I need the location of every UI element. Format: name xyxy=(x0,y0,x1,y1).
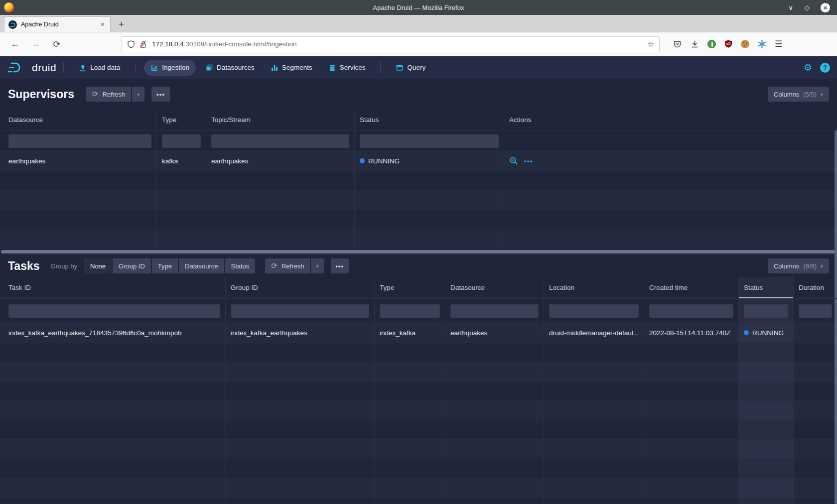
table-row-empty xyxy=(0,459,837,479)
new-tab-button[interactable]: + xyxy=(119,19,124,32)
ublock-origin-icon[interactable]: uO xyxy=(724,39,733,49)
column-header[interactable]: Type xyxy=(157,110,206,130)
divider xyxy=(380,62,381,73)
task-location: druid-middlemanager-defaul... xyxy=(544,323,644,342)
supervisor-datasource: earthquakes xyxy=(0,151,157,170)
column-header[interactable]: Location xyxy=(544,277,644,298)
tab-bar: Apache Druid × + xyxy=(0,15,837,32)
druid-header: druid Load data Ingestion Datasources Se… xyxy=(0,56,837,79)
column-header[interactable]: Task ID xyxy=(0,277,226,298)
url-bar[interactable]: 172.18.0.4:30109/unified-console.html#in… xyxy=(122,36,660,52)
supervisors-filter-type[interactable] xyxy=(162,134,201,148)
supervisors-refresh-button[interactable]: ⟳ Refresh xyxy=(86,87,131,102)
tracking-shield-icon[interactable] xyxy=(127,40,135,49)
nav-segments[interactable]: Segments xyxy=(264,60,319,76)
more-icon: ••• xyxy=(156,91,165,98)
supervisors-horizontal-scrollbar[interactable] xyxy=(0,249,837,255)
tasks-filter-created-time[interactable] xyxy=(649,304,733,318)
tab-favicon-druid-icon xyxy=(8,20,17,29)
supervisors-filter-status[interactable] xyxy=(360,134,499,148)
column-header[interactable]: Datasource xyxy=(0,110,157,130)
group-by-group-id-button[interactable]: Group ID xyxy=(113,258,151,273)
magnify-plus-icon[interactable] xyxy=(509,156,518,165)
tasks-filter-datasource[interactable] xyxy=(450,304,539,318)
supervisors-columns-button[interactable]: Columns (5/5) ▾ xyxy=(768,87,829,102)
privacy-extension-icon[interactable] xyxy=(707,40,716,48)
tasks-more-button[interactable]: ••• xyxy=(331,258,349,273)
supervisors-filter-datasource[interactable] xyxy=(8,134,151,148)
insecure-lock-icon[interactable] xyxy=(139,40,147,49)
pocket-icon[interactable] xyxy=(673,39,682,49)
menu-icon[interactable]: ☰ xyxy=(775,39,782,49)
tasks-filter-group-id[interactable] xyxy=(231,304,369,318)
table-row-empty xyxy=(0,343,837,362)
supervisor-actions: ••• xyxy=(504,151,837,170)
window-maximize-icon[interactable]: ◇ xyxy=(804,4,810,11)
tasks-refresh-caret-button[interactable]: ▾ xyxy=(311,258,323,273)
column-header[interactable]: Duration xyxy=(794,277,837,298)
tab-close-icon[interactable]: × xyxy=(99,20,106,28)
nav-datasources[interactable]: Datasources xyxy=(199,60,261,76)
column-header[interactable]: Status xyxy=(355,110,504,130)
nav-services[interactable]: Services xyxy=(322,60,372,76)
help-icon[interactable]: ? xyxy=(820,63,830,73)
supervisor-row[interactable]: earthquakes kafka earthquakes RUNNING ••… xyxy=(0,151,837,171)
browser-tab[interactable]: Apache Druid × xyxy=(4,16,111,32)
tasks-vertical-scrollbar[interactable] xyxy=(835,299,837,504)
supervisors-toolbar: Supervisors ⟳ Refresh ▾ ••• Columns (5/5… xyxy=(0,79,837,110)
table-row-empty xyxy=(0,381,837,401)
supervisors-more-button[interactable]: ••• xyxy=(151,87,170,102)
columns-label: Columns xyxy=(774,262,799,270)
nav-load-data[interactable]: Load data xyxy=(72,60,127,76)
window-titlebar: Apache Druid — Mozilla Firefox ∨ ◇ × xyxy=(0,0,837,15)
tab-title: Apache Druid xyxy=(21,21,99,28)
reload-icon[interactable]: ⟳ xyxy=(51,39,63,50)
column-header[interactable]: Topic/Stream xyxy=(206,110,355,130)
column-header[interactable]: Datasource xyxy=(445,277,544,298)
settings-gear-icon[interactable]: ⚙ xyxy=(804,62,812,73)
task-created-time: 2022-08-15T14:11:03.740Z xyxy=(644,323,739,342)
supervisors-table: Datasource Type Topic/Stream Status Acti… xyxy=(0,110,837,249)
supervisor-status: RUNNING xyxy=(355,151,504,170)
group-by-none-button[interactable]: None xyxy=(84,258,112,273)
tasks-filter-location[interactable] xyxy=(549,304,639,318)
window-minimize-icon[interactable]: ∨ xyxy=(788,4,793,11)
group-by-type-button[interactable]: Type xyxy=(152,258,178,273)
nav-query[interactable]: Query xyxy=(389,60,432,76)
nav-ingestion[interactable]: Ingestion xyxy=(144,60,196,76)
status-label: RUNNING xyxy=(752,329,784,337)
tasks-refresh-button[interactable]: ⟳ Refresh xyxy=(265,258,310,273)
row-more-actions-icon[interactable]: ••• xyxy=(524,157,533,165)
supervisors-table-header: Datasource Type Topic/Stream Status Acti… xyxy=(0,110,837,130)
divider xyxy=(63,62,64,73)
bookmark-star-icon[interactable]: ☆ xyxy=(648,40,654,49)
column-header[interactable]: Group ID xyxy=(226,277,375,298)
tasks-filter-task-id[interactable] xyxy=(8,304,220,318)
task-group-id: index_kafka_earthquakes xyxy=(226,323,375,342)
forward-icon[interactable]: → xyxy=(30,39,42,49)
column-header[interactable]: Type xyxy=(375,277,445,298)
task-row[interactable]: index_kafka_earthquakes_7184357396d6c0a_… xyxy=(0,323,837,343)
supervisors-filter-topic[interactable] xyxy=(211,134,349,148)
group-by-datasource-button[interactable]: Datasource xyxy=(179,258,224,273)
column-header[interactable]: Actions xyxy=(504,110,837,130)
tasks-filter-status[interactable] xyxy=(744,304,788,318)
cookie-extension-icon[interactable] xyxy=(741,40,749,48)
download-icon[interactable] xyxy=(690,39,699,49)
druid-logo[interactable]: druid xyxy=(7,61,56,75)
tasks-toolbar: Tasks Group by None Group ID Type Dataso… xyxy=(0,255,837,277)
asterisk-extension-icon[interactable] xyxy=(757,39,767,49)
back-icon[interactable]: ← xyxy=(9,39,21,49)
window-close-icon[interactable]: × xyxy=(821,3,830,12)
columns-label: Columns xyxy=(774,91,799,98)
group-by-status-button[interactable]: Status xyxy=(225,258,256,273)
tasks-filter-type[interactable] xyxy=(380,304,440,318)
column-header[interactable]: Created time xyxy=(644,277,739,298)
chevron-down-icon: ▾ xyxy=(821,263,823,269)
running-status-dot xyxy=(744,330,749,335)
supervisors-refresh-caret-button[interactable]: ▾ xyxy=(132,87,144,102)
tasks-columns-button[interactable]: Columns (9/9) ▾ xyxy=(768,258,829,273)
more-icon: ••• xyxy=(336,262,344,270)
column-header-sorted[interactable]: Status xyxy=(739,277,794,298)
tasks-filter-duration[interactable] xyxy=(799,304,832,318)
